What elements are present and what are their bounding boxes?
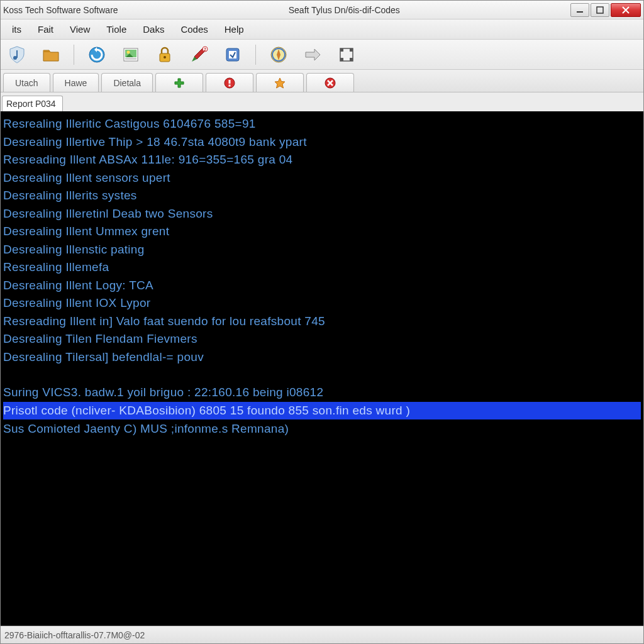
menu-fait[interactable]: Fait [30, 21, 61, 37]
toolbar-picture-button[interactable] [119, 43, 142, 66]
toolbar-shield-button[interactable] [6, 43, 28, 66]
menu-tiole[interactable]: Tiole [99, 21, 134, 37]
subtab-report[interactable]: Report P034 [2, 96, 63, 111]
plus-green-icon [174, 77, 185, 89]
console-line: Desrealing Tilen Flendam Fievmers [3, 330, 641, 348]
compass-icon [269, 45, 288, 64]
console-line: Sus Comioted Jaenty C) MUS ;infonme.s Re… [3, 420, 641, 438]
window-controls [570, 3, 641, 17]
svg-rect-21 [350, 58, 353, 61]
tab-hawe[interactable]: Hawe [53, 73, 99, 92]
close-red-icon [325, 77, 336, 89]
console-line: Resreading Illent in] Valo faat suendo f… [3, 313, 641, 331]
picture-icon [122, 46, 140, 64]
console-line: Desrealing Illent IOX Lypor [3, 294, 641, 313]
svg-rect-19 [350, 48, 353, 52]
toolbar-separator [74, 45, 74, 65]
console-line: Desrealing Tilersal] befendlal-= pouv [3, 348, 641, 367]
console-line: Resrealing Illeritic Castigous 6104676 5… [3, 115, 641, 133]
svg-rect-20 [340, 58, 343, 61]
tab-dietala[interactable]: Dietala [101, 73, 153, 92]
svg-text:2: 2 [204, 47, 206, 52]
arrow-right-icon [303, 45, 322, 64]
titlebar-document-name: Seaft Tylus Dn/6is-dif-Codes [118, 5, 570, 15]
svg-rect-0 [577, 11, 583, 13]
tab-favorites[interactable] [256, 73, 304, 92]
svg-rect-3 [16, 50, 18, 58]
toolbar-compass-button[interactable] [267, 43, 290, 66]
maximize-button[interactable] [591, 3, 609, 17]
lock-icon [156, 46, 174, 64]
close-button[interactable] [611, 3, 641, 17]
svg-rect-8 [125, 58, 136, 60]
console-output[interactable]: Resrealing Illeritic Castigous 6104676 5… [1, 111, 643, 626]
menu-its[interactable]: its [4, 21, 29, 37]
toolbar-brush-button[interactable]: 2 [187, 43, 210, 66]
application-window: Koss Tech Software Software Seaft Tylus … [0, 0, 644, 644]
tabbar: Utach Hawe Dietala [1, 70, 643, 92]
star-orange-icon [274, 77, 286, 89]
folder-icon [42, 45, 60, 64]
toolbar: 2 [1, 40, 643, 70]
toolbar-separator [255, 45, 256, 65]
console-line: Desrealing Illent sensors upert [3, 169, 641, 187]
tab-errors[interactable] [206, 73, 253, 92]
console-line: Resreading Illent ABSAx 111le: 916=355=1… [3, 151, 641, 169]
svg-rect-1 [597, 7, 603, 13]
minimize-button[interactable] [570, 3, 589, 17]
toolbar-stamp-button[interactable] [221, 43, 244, 66]
brush-icon: 2 [189, 45, 208, 64]
toolbar-forward-button[interactable] [301, 43, 324, 66]
titlebar-app-name: Koss Tech Software Software [3, 5, 118, 15]
tab-close[interactable] [306, 73, 354, 92]
menu-codes[interactable]: Codes [173, 21, 215, 37]
shield-music-icon [8, 45, 26, 64]
statusbar: 2976-Biaiich-offtarallis-07.7M0@-02 [1, 626, 643, 643]
menu-help[interactable]: Help [217, 21, 252, 37]
close-icon [621, 6, 630, 14]
menu-daks[interactable]: Daks [135, 21, 172, 37]
toolbar-folder-button[interactable] [40, 43, 62, 66]
console-line: Desrealing Illent Logy: TCA [3, 277, 641, 295]
statusbar-text: 2976-Biaiich-offtarallis-07.7M0@-02 [4, 630, 145, 640]
refresh-circle-icon [87, 45, 106, 64]
tab-add[interactable] [155, 73, 203, 92]
console-line: Desrealing Illerits systes [3, 187, 641, 205]
console-line: Resrealing Illemefa [3, 258, 641, 277]
tab-utach[interactable]: Utach [3, 73, 50, 92]
svg-point-7 [127, 50, 130, 53]
svg-point-10 [164, 56, 166, 58]
toolbar-fullscreen-button[interactable] [335, 43, 358, 66]
console-line: Suring VICS3. badw.1 yoil briguo : 22:16… [3, 384, 641, 402]
toolbar-lock-button[interactable] [153, 43, 176, 66]
svg-rect-24 [228, 84, 230, 86]
console-line-highlighted: Prisotl code (ncliver- KDABosibion) 6805… [3, 402, 641, 420]
console-blank [3, 366, 641, 384]
stamp-icon [224, 46, 242, 64]
svg-rect-23 [228, 80, 230, 84]
subtab-row: Report P034 [1, 92, 643, 111]
console-line: Desrealing Illenstic pating [3, 241, 641, 259]
menu-view[interactable]: View [62, 21, 97, 37]
console-line: Desrealing Illent Ummex grent [3, 223, 641, 241]
console-line: Desrealing Illeretinl Deab two Sensors [3, 205, 641, 223]
fullscreen-icon [338, 46, 355, 64]
error-red-icon [224, 77, 235, 89]
titlebar: Koss Tech Software Software Seaft Tylus … [1, 1, 643, 19]
console-line: Desrealing Illertive Thip > 18 46.7sta 4… [3, 133, 641, 152]
maximize-icon [596, 6, 604, 14]
minimize-icon [576, 6, 584, 14]
toolbar-refresh-button[interactable] [86, 43, 108, 66]
svg-rect-18 [340, 48, 343, 52]
menubar: its Fait View Tiole Daks Codes Help [1, 19, 643, 40]
